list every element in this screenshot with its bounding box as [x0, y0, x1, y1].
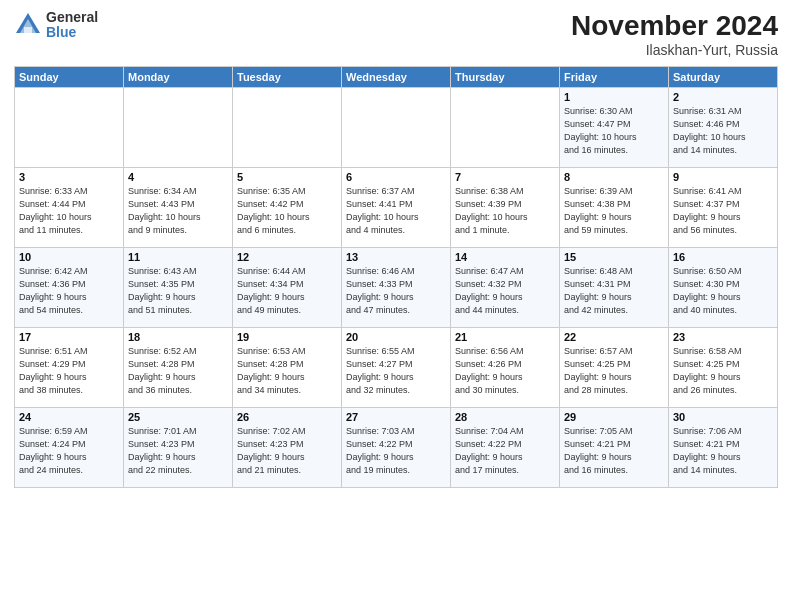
calendar-week-2: 3Sunrise: 6:33 AM Sunset: 4:44 PM Daylig…	[15, 168, 778, 248]
header-friday: Friday	[560, 67, 669, 88]
day-number: 9	[673, 171, 773, 183]
day-number: 21	[455, 331, 555, 343]
day-info: Sunrise: 6:39 AM Sunset: 4:38 PM Dayligh…	[564, 185, 664, 237]
calendar-cell: 29Sunrise: 7:05 AM Sunset: 4:21 PM Dayli…	[560, 408, 669, 488]
calendar-cell	[15, 88, 124, 168]
day-number: 7	[455, 171, 555, 183]
day-info: Sunrise: 6:44 AM Sunset: 4:34 PM Dayligh…	[237, 265, 337, 317]
day-number: 16	[673, 251, 773, 263]
calendar-cell	[233, 88, 342, 168]
calendar-cell: 1Sunrise: 6:30 AM Sunset: 4:47 PM Daylig…	[560, 88, 669, 168]
day-info: Sunrise: 7:04 AM Sunset: 4:22 PM Dayligh…	[455, 425, 555, 477]
calendar-week-1: 1Sunrise: 6:30 AM Sunset: 4:47 PM Daylig…	[15, 88, 778, 168]
day-info: Sunrise: 6:38 AM Sunset: 4:39 PM Dayligh…	[455, 185, 555, 237]
day-number: 22	[564, 331, 664, 343]
calendar-cell: 22Sunrise: 6:57 AM Sunset: 4:25 PM Dayli…	[560, 328, 669, 408]
day-info: Sunrise: 6:33 AM Sunset: 4:44 PM Dayligh…	[19, 185, 119, 237]
calendar-cell: 26Sunrise: 7:02 AM Sunset: 4:23 PM Dayli…	[233, 408, 342, 488]
header: General Blue November 2024 Ilaskhan-Yurt…	[14, 10, 778, 58]
day-number: 11	[128, 251, 228, 263]
calendar-cell: 21Sunrise: 6:56 AM Sunset: 4:26 PM Dayli…	[451, 328, 560, 408]
calendar-cell	[342, 88, 451, 168]
day-info: Sunrise: 6:34 AM Sunset: 4:43 PM Dayligh…	[128, 185, 228, 237]
logo-general-text: General	[46, 10, 98, 25]
day-info: Sunrise: 6:51 AM Sunset: 4:29 PM Dayligh…	[19, 345, 119, 397]
day-info: Sunrise: 6:57 AM Sunset: 4:25 PM Dayligh…	[564, 345, 664, 397]
day-info: Sunrise: 6:47 AM Sunset: 4:32 PM Dayligh…	[455, 265, 555, 317]
calendar-cell: 24Sunrise: 6:59 AM Sunset: 4:24 PM Dayli…	[15, 408, 124, 488]
day-number: 19	[237, 331, 337, 343]
day-info: Sunrise: 6:43 AM Sunset: 4:35 PM Dayligh…	[128, 265, 228, 317]
calendar-cell: 14Sunrise: 6:47 AM Sunset: 4:32 PM Dayli…	[451, 248, 560, 328]
header-saturday: Saturday	[669, 67, 778, 88]
day-info: Sunrise: 6:42 AM Sunset: 4:36 PM Dayligh…	[19, 265, 119, 317]
day-info: Sunrise: 6:48 AM Sunset: 4:31 PM Dayligh…	[564, 265, 664, 317]
day-number: 12	[237, 251, 337, 263]
day-number: 1	[564, 91, 664, 103]
day-info: Sunrise: 7:03 AM Sunset: 4:22 PM Dayligh…	[346, 425, 446, 477]
calendar-cell: 9Sunrise: 6:41 AM Sunset: 4:37 PM Daylig…	[669, 168, 778, 248]
day-number: 20	[346, 331, 446, 343]
calendar-cell: 30Sunrise: 7:06 AM Sunset: 4:21 PM Dayli…	[669, 408, 778, 488]
day-number: 14	[455, 251, 555, 263]
day-number: 2	[673, 91, 773, 103]
day-info: Sunrise: 7:01 AM Sunset: 4:23 PM Dayligh…	[128, 425, 228, 477]
calendar-cell: 13Sunrise: 6:46 AM Sunset: 4:33 PM Dayli…	[342, 248, 451, 328]
calendar-cell: 23Sunrise: 6:58 AM Sunset: 4:25 PM Dayli…	[669, 328, 778, 408]
day-number: 26	[237, 411, 337, 423]
day-number: 8	[564, 171, 664, 183]
day-number: 24	[19, 411, 119, 423]
day-info: Sunrise: 6:53 AM Sunset: 4:28 PM Dayligh…	[237, 345, 337, 397]
calendar-cell	[451, 88, 560, 168]
header-wednesday: Wednesday	[342, 67, 451, 88]
day-info: Sunrise: 6:31 AM Sunset: 4:46 PM Dayligh…	[673, 105, 773, 157]
day-number: 10	[19, 251, 119, 263]
day-info: Sunrise: 6:59 AM Sunset: 4:24 PM Dayligh…	[19, 425, 119, 477]
day-number: 13	[346, 251, 446, 263]
calendar-table: Sunday Monday Tuesday Wednesday Thursday…	[14, 66, 778, 488]
calendar-cell: 19Sunrise: 6:53 AM Sunset: 4:28 PM Dayli…	[233, 328, 342, 408]
logo-blue-text: Blue	[46, 25, 98, 40]
logo: General Blue	[14, 10, 98, 41]
day-info: Sunrise: 6:58 AM Sunset: 4:25 PM Dayligh…	[673, 345, 773, 397]
day-number: 4	[128, 171, 228, 183]
calendar-cell: 2Sunrise: 6:31 AM Sunset: 4:46 PM Daylig…	[669, 88, 778, 168]
calendar-cell: 18Sunrise: 6:52 AM Sunset: 4:28 PM Dayli…	[124, 328, 233, 408]
header-monday: Monday	[124, 67, 233, 88]
month-title: November 2024	[571, 10, 778, 42]
day-number: 23	[673, 331, 773, 343]
calendar-cell: 7Sunrise: 6:38 AM Sunset: 4:39 PM Daylig…	[451, 168, 560, 248]
day-info: Sunrise: 6:35 AM Sunset: 4:42 PM Dayligh…	[237, 185, 337, 237]
calendar-header-row: Sunday Monday Tuesday Wednesday Thursday…	[15, 67, 778, 88]
day-number: 30	[673, 411, 773, 423]
day-info: Sunrise: 7:05 AM Sunset: 4:21 PM Dayligh…	[564, 425, 664, 477]
calendar-week-4: 17Sunrise: 6:51 AM Sunset: 4:29 PM Dayli…	[15, 328, 778, 408]
svg-rect-2	[24, 27, 32, 33]
page: General Blue November 2024 Ilaskhan-Yurt…	[0, 0, 792, 612]
day-info: Sunrise: 7:06 AM Sunset: 4:21 PM Dayligh…	[673, 425, 773, 477]
calendar-cell: 25Sunrise: 7:01 AM Sunset: 4:23 PM Dayli…	[124, 408, 233, 488]
calendar-cell: 15Sunrise: 6:48 AM Sunset: 4:31 PM Dayli…	[560, 248, 669, 328]
day-info: Sunrise: 7:02 AM Sunset: 4:23 PM Dayligh…	[237, 425, 337, 477]
calendar-cell: 28Sunrise: 7:04 AM Sunset: 4:22 PM Dayli…	[451, 408, 560, 488]
calendar-cell: 11Sunrise: 6:43 AM Sunset: 4:35 PM Dayli…	[124, 248, 233, 328]
header-tuesday: Tuesday	[233, 67, 342, 88]
day-info: Sunrise: 6:55 AM Sunset: 4:27 PM Dayligh…	[346, 345, 446, 397]
day-number: 5	[237, 171, 337, 183]
day-info: Sunrise: 6:56 AM Sunset: 4:26 PM Dayligh…	[455, 345, 555, 397]
calendar-cell: 5Sunrise: 6:35 AM Sunset: 4:42 PM Daylig…	[233, 168, 342, 248]
calendar-cell: 20Sunrise: 6:55 AM Sunset: 4:27 PM Dayli…	[342, 328, 451, 408]
calendar-cell: 8Sunrise: 6:39 AM Sunset: 4:38 PM Daylig…	[560, 168, 669, 248]
calendar-cell: 6Sunrise: 6:37 AM Sunset: 4:41 PM Daylig…	[342, 168, 451, 248]
day-info: Sunrise: 6:50 AM Sunset: 4:30 PM Dayligh…	[673, 265, 773, 317]
title-block: November 2024 Ilaskhan-Yurt, Russia	[571, 10, 778, 58]
calendar-week-5: 24Sunrise: 6:59 AM Sunset: 4:24 PM Dayli…	[15, 408, 778, 488]
calendar-cell: 3Sunrise: 6:33 AM Sunset: 4:44 PM Daylig…	[15, 168, 124, 248]
day-info: Sunrise: 6:52 AM Sunset: 4:28 PM Dayligh…	[128, 345, 228, 397]
calendar-cell: 4Sunrise: 6:34 AM Sunset: 4:43 PM Daylig…	[124, 168, 233, 248]
calendar-cell: 17Sunrise: 6:51 AM Sunset: 4:29 PM Dayli…	[15, 328, 124, 408]
header-sunday: Sunday	[15, 67, 124, 88]
day-number: 25	[128, 411, 228, 423]
day-number: 28	[455, 411, 555, 423]
calendar-cell: 12Sunrise: 6:44 AM Sunset: 4:34 PM Dayli…	[233, 248, 342, 328]
